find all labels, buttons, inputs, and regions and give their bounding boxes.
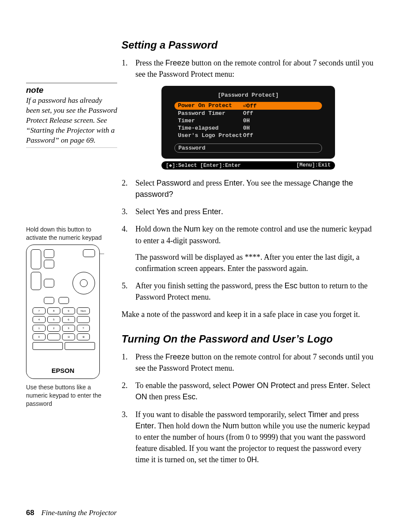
note-title: note — [26, 85, 117, 95]
osd-row-time-elapsed: Time-elapsed 0H — [174, 124, 322, 132]
osd-title: [Password Protect] — [174, 92, 322, 98]
step-text: Press the Freeze button on the remote co… — [135, 57, 375, 80]
osd-row-users-logo: User's Logo ProtectOff — [174, 132, 322, 139]
steps-turning-on: 1. Press the Freeze button on the remote… — [122, 351, 375, 465]
steps-setting-password-cont: 2. Select Password and press Enter. You … — [122, 177, 375, 303]
closing-para: Make a note of the password and keep it … — [122, 309, 375, 320]
source-bar — [33, 342, 63, 350]
volume-bar — [65, 342, 95, 350]
note-rule-bottom — [26, 147, 117, 148]
page-footer: 68 Fine-tuning the Projector — [26, 509, 117, 517]
up-btn — [44, 249, 54, 258]
zoom-btn — [31, 272, 41, 290]
keypad-row-2: 456 — [33, 316, 95, 323]
heading-setting-password: Setting a Password — [122, 39, 375, 51]
osd-footer: [◆]:Select [Enter]:Enter [Menu]:Exit — [161, 161, 335, 170]
note-box: note If a password has already been set,… — [26, 82, 117, 148]
keypad-row-3: 123? — [33, 325, 95, 332]
enter-btn — [44, 297, 54, 304]
page-up-down — [31, 249, 41, 269]
footer-title: Fine-tuning the Projector — [41, 509, 117, 517]
osd-row-power-on-protect: Power On Protect⏎Off — [174, 102, 322, 110]
step-num: 1. — [122, 57, 128, 80]
remote-illustration: 789Num 456 123? 0⊖⊕ EPSON — [26, 245, 100, 379]
osd-row-timer: Timer 0H — [174, 117, 322, 124]
remote-brand: EPSON — [26, 367, 99, 374]
esc-btn — [59, 297, 69, 304]
remote-callout-top: Hold down this button to activate the nu… — [26, 225, 113, 408]
caption-num-button: Hold down this button to activate the nu… — [26, 225, 104, 242]
steps-setting-password: 1. Press the Freeze button on the remote… — [122, 57, 375, 80]
osd-screenshot: [Password Protect] Power On Protect⏎Off … — [161, 86, 335, 170]
num-btn: Num — [77, 307, 90, 314]
power-btn — [83, 249, 95, 257]
note-body: If a password has already been set, you … — [26, 96, 117, 146]
small-btn — [44, 279, 54, 287]
caption-keypad: Use these buttons like a numeric keypad … — [26, 383, 104, 408]
keypad-row-4: 0⊖⊕ — [33, 333, 95, 340]
down-btn — [44, 260, 54, 268]
note-rule-top — [26, 82, 117, 84]
heading-turning-on: Turning On the Password and User’s Logo — [122, 333, 375, 345]
osd-row-password-timer: Password TimerOff — [174, 110, 322, 117]
dpad — [72, 272, 95, 294]
osd-row-password: Password — [174, 144, 322, 153]
page-number: 68 — [26, 509, 34, 517]
keypad-row-1: 789Num — [33, 307, 95, 314]
